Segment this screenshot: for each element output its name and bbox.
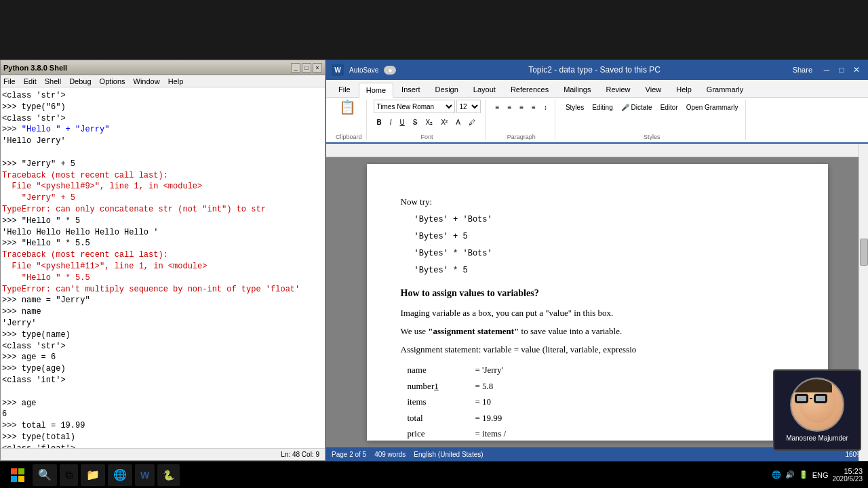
python-statusbar: Ln: 48 Col: 9 [1, 448, 325, 460]
py-line: >>> "Hello " * 5.5 [2, 238, 323, 249]
align-right-button[interactable]: ≡ [516, 100, 527, 115]
var-name-total: total [408, 410, 475, 426]
word-icon: W [140, 470, 149, 481]
word-title-left: W AutoSave ● [332, 64, 396, 76]
folder-icon: 📁 [86, 468, 100, 481]
italic-button[interactable]: I [387, 115, 395, 129]
network-icon: 🌐 [772, 470, 781, 479]
py-line: Traceback (most recent call last): [2, 170, 323, 182]
font-label: Font [374, 134, 481, 140]
file-explorer-button[interactable]: 📁 [81, 464, 105, 486]
word-taskbar-button[interactable]: W [135, 464, 155, 486]
grammarly-button[interactable]: Open Grammarly [683, 100, 742, 115]
underline-button[interactable]: U [397, 115, 408, 129]
word-ribbon-tabs: File Home Insert Design Layout Reference… [326, 80, 868, 98]
justify-button[interactable]: ≡ [528, 100, 539, 115]
titlebar-buttons: _ □ × [291, 63, 322, 73]
tab-design[interactable]: Design [429, 82, 465, 97]
py-line: >>> name [2, 306, 323, 318]
tab-layout[interactable]: Layout [467, 82, 502, 97]
strikethrough-button[interactable]: S [410, 115, 421, 129]
menu-debug[interactable]: Debug [69, 77, 91, 85]
clock: 15:23 2020/6/23 [833, 467, 863, 483]
now-try-label: Now try: [401, 195, 794, 209]
tab-view[interactable]: View [639, 82, 669, 97]
font-row1: Times New Roman 12 [374, 100, 481, 113]
highlight-button[interactable]: 🖊 [465, 115, 479, 129]
page-indicator: Page 2 of 5 [332, 451, 366, 458]
time-display: 15:23 [833, 467, 863, 475]
align-center-button[interactable]: ≡ [504, 100, 515, 115]
share-button[interactable]: Share [793, 66, 812, 74]
search-icon: 🔍 [38, 468, 52, 481]
ribbon-paragraph-group: ≡ ≡ ≡ ≡ ↕ Paragraph [488, 100, 555, 140]
py-line: >>> type(age) [2, 363, 323, 375]
py-line: 6 [2, 409, 323, 420]
language-indicator-taskbar: ENG [812, 471, 829, 479]
volume-icon: 🔊 [785, 470, 795, 479]
participant-avatar [790, 378, 844, 432]
tab-mailings[interactable]: Mailings [557, 82, 597, 97]
word-title-controls: Share ─ □ ✕ [793, 64, 863, 75]
editing-button[interactable]: Editing [589, 100, 616, 115]
menu-shell[interactable]: Shell [45, 77, 61, 85]
py-line: >>> "Hello " + "Jerry" [2, 124, 323, 136]
py-line: <class 'float'> [2, 443, 323, 448]
ribbon-clipboard: 📋 Clipboard [332, 100, 367, 140]
scroll-thumb[interactable] [860, 239, 868, 266]
python-taskbar-button[interactable]: 🐍 [157, 464, 180, 486]
subscript-button[interactable]: X₂ [422, 115, 436, 129]
tab-help[interactable]: Help [669, 82, 698, 97]
search-taskbar-button[interactable]: 🔍 [33, 464, 57, 486]
menu-help[interactable]: Help [168, 77, 184, 85]
var-name-items: items [408, 394, 475, 409]
screen: Python 3.8.0 Shell _ □ × File Edit Shell… [0, 0, 868, 488]
word-maximize-button[interactable]: □ [835, 64, 848, 75]
tab-file[interactable]: File [332, 82, 357, 97]
py-line: Traceback (most recent call last): [2, 249, 323, 261]
tab-review[interactable]: Review [599, 82, 637, 97]
try-item-1: 'Bytes' + 'Bots' [414, 214, 794, 226]
word-close-button[interactable]: ✕ [850, 64, 863, 75]
dictate-button[interactable]: 🎤 Dictate [618, 100, 656, 115]
styles-row: Styles Editing 🎤 Dictate Editor Open Gra… [562, 100, 742, 115]
tab-references[interactable]: References [504, 82, 555, 97]
tab-insert[interactable]: Insert [395, 82, 427, 97]
autosave-toggle[interactable]: ● [384, 66, 396, 75]
align-left-button[interactable]: ≡ [492, 100, 503, 115]
menu-window[interactable]: Window [134, 77, 160, 85]
task-view-button[interactable]: ⧉ [60, 464, 78, 486]
try-item-4: 'Bytes' * 5 [414, 264, 794, 277]
word-page[interactable]: Now try: 'Bytes' + 'Bots' 'Bytes' + 5 'B… [367, 164, 828, 441]
var-row-name: name = 'Jerry' [408, 362, 794, 378]
close-button[interactable]: × [313, 63, 322, 73]
tab-home[interactable]: Home [359, 83, 393, 98]
superscript-button[interactable]: X² [437, 115, 451, 129]
chrome-button[interactable]: 🌐 [108, 464, 132, 486]
autosave-label: AutoSave [349, 66, 378, 74]
menu-file[interactable]: File [3, 77, 16, 85]
font-size-dropdown[interactable]: 12 [456, 100, 481, 113]
menu-options[interactable]: Options [100, 77, 125, 85]
font-color-button[interactable]: A [452, 115, 464, 129]
py-line: >>> "Jerry" + 5 [2, 159, 323, 170]
word-minimize-button[interactable]: ─ [821, 64, 833, 75]
paste-button[interactable]: 📋 [336, 100, 359, 115]
menu-edit[interactable]: Edit [24, 77, 37, 85]
imaging-para: Imaging variable as a box, you can put a… [401, 306, 794, 321]
python-content[interactable]: <class 'str'> >>> type("6") <class 'str'… [1, 87, 325, 448]
py-line: >>> "Hello " * 5 [2, 216, 323, 227]
var-row-total: total = 19.99 [408, 410, 794, 426]
minimize-button[interactable]: _ [291, 63, 300, 73]
how-to-assign-title: How to assign values to variables? [401, 286, 794, 301]
bold-button[interactable]: B [374, 115, 385, 129]
maximize-button[interactable]: □ [302, 63, 311, 73]
tab-grammarly[interactable]: Grammarly [700, 82, 750, 97]
styles-button[interactable]: Styles [562, 100, 587, 115]
py-line: "Jerry" + 5 [2, 192, 323, 204]
editor-button[interactable]: Editor [657, 100, 682, 115]
start-button[interactable] [5, 464, 30, 486]
font-family-dropdown[interactable]: Times New Roman [374, 100, 455, 113]
line-spacing-button[interactable]: ↕ [540, 100, 551, 115]
var-eq-price: = items / total [475, 426, 516, 441]
